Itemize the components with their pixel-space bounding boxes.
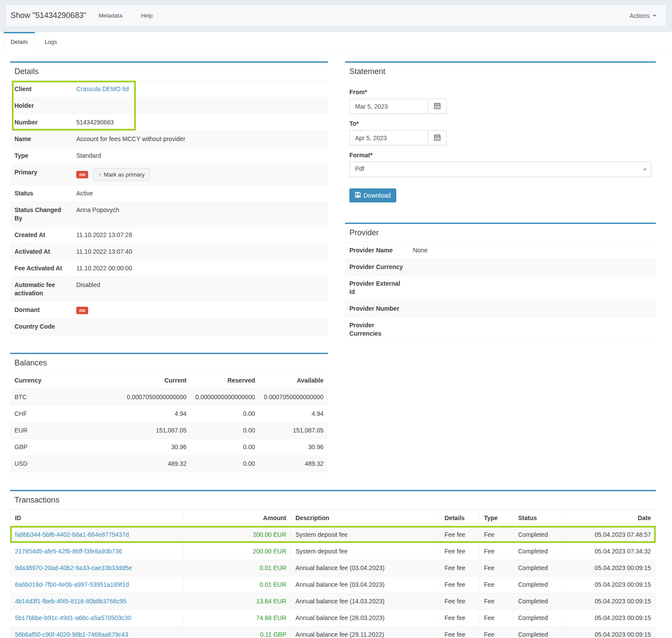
balance-current: 0.0007050000000000	[122, 389, 191, 406]
transaction-status: Completed	[514, 560, 566, 577]
col-id: ID	[11, 510, 184, 527]
col-status: Status	[514, 510, 566, 527]
transaction-type: Fee	[480, 610, 514, 627]
detail-value-text: 51434290683	[76, 119, 114, 126]
transaction-date: 05.04.2023 07:48:57	[566, 527, 656, 543]
balance-currency: BTC	[10, 389, 122, 406]
client-link[interactable]: Crassula DEMO ltd	[76, 85, 129, 92]
transaction-type: Fee	[480, 527, 514, 543]
transaction-type: Fee	[480, 593, 514, 610]
transaction-details: Fee fee	[440, 560, 480, 577]
to-label: To*	[349, 120, 651, 127]
provider-rows: Provider Name None Provider Currency	[345, 242, 656, 342]
calendar-icon	[434, 134, 441, 142]
col-currency: Currency	[10, 372, 122, 389]
transaction-id-link[interactable]: fa8bb344-5bf6-4402-b8a1-684e8775437d	[15, 531, 129, 538]
balance-current: 4.94	[122, 406, 191, 422]
top-band: Show "51434290683" Metadata Help Actions	[0, 0, 672, 32]
detail-value-text: Active	[76, 190, 93, 197]
transaction-description: Annual balance fee (03.04.2023)	[291, 577, 440, 593]
transaction-amount: 13.64 EUR	[184, 593, 291, 610]
detail-label: Country Code	[10, 319, 72, 335]
balances-table: Currency Current Reserved Available BTC …	[10, 372, 328, 472]
mark-as-primary-button[interactable]: ↑Mark as primary	[93, 168, 150, 181]
transaction-description: System deposit fee	[291, 543, 440, 560]
transaction-id-cell: 6a6b018d-7fb0-4e0b-a997-53951a189f1d	[11, 577, 184, 593]
detail-value-text: Standard	[76, 152, 101, 159]
balance-reserved: 0.00	[191, 456, 259, 472]
transaction-details: Fee fee	[440, 543, 480, 560]
format-select[interactable]: Pdf	[349, 162, 651, 177]
format-selected-value: Pdf	[355, 165, 364, 172]
transaction-id-link[interactable]: 6a6b018d-7fb0-4e0b-a997-53951a189f1d	[15, 581, 129, 588]
col-date: Date	[566, 510, 656, 527]
col-type: Type	[480, 510, 514, 527]
calendar-icon	[434, 103, 441, 110]
to-date-input[interactable]	[349, 130, 428, 145]
details-panel: Details Client Crassula DEMO ltd	[10, 61, 328, 335]
transaction-row: fa8bb344-5bf6-4402-b8a1-684e8775437d 200…	[11, 527, 656, 543]
page-header: Show "51434290683" Metadata Help Actions	[6, 4, 666, 27]
from-calendar-button[interactable]	[428, 99, 447, 114]
tab-logs[interactable]: Logs	[35, 32, 67, 53]
transaction-amount: 0.01 EUR	[184, 560, 291, 577]
transaction-date: 05.04.2023 07:34:32	[566, 543, 656, 560]
tab-details[interactable]: Details	[4, 32, 35, 53]
provider-value	[409, 259, 656, 275]
transaction-type: Fee	[480, 577, 514, 593]
provider-panel: Provider Provider Name None Provid	[345, 223, 656, 342]
provider-value	[409, 317, 656, 342]
status-badge: no	[76, 307, 88, 314]
page-title: Show "51434290683"	[11, 11, 86, 20]
details-panel-title: Details	[10, 63, 328, 81]
transaction-row: 9da38970-20ad-40b2-9a33-cae10b33dd5e 0.0…	[11, 560, 656, 577]
transaction-amount: 200.00 EUR	[184, 527, 291, 543]
transaction-id-cell: 9da38970-20ad-40b2-9a33-cae10b33dd5e	[11, 560, 184, 577]
main-content: Details Client Crassula DEMO ltd	[0, 53, 672, 638]
provider-label: Provider Currency	[345, 259, 409, 275]
format-label: Format*	[349, 152, 651, 159]
transaction-date: 05.04.2023 00:09:15	[566, 610, 656, 627]
detail-row: Status Active	[10, 185, 328, 202]
transaction-details: Fee fee	[440, 610, 480, 627]
transaction-id-link[interactable]: 217854d5-afe5-42f6-86ff-f3fe8a93b736	[15, 548, 122, 555]
balance-reserved: 0.00	[191, 406, 259, 422]
metadata-link[interactable]: Metadata	[99, 12, 122, 19]
transaction-status: Completed	[514, 543, 566, 560]
detail-label: Number	[10, 114, 72, 131]
detail-label: Automatic fee activation	[10, 277, 72, 301]
transaction-details: Fee fee	[440, 593, 480, 610]
transaction-details: Fee fee	[440, 527, 480, 543]
download-label: Download	[363, 192, 391, 199]
from-date-input[interactable]	[349, 99, 428, 114]
transaction-id-link[interactable]: 9da38970-20ad-40b2-9a33-cae10b33dd5e	[15, 564, 132, 571]
to-calendar-button[interactable]	[428, 130, 447, 145]
transaction-description: Annual balance fee (29.11.2022)	[291, 627, 440, 638]
transaction-date: 05.04.2023 00:09:15	[566, 577, 656, 593]
transaction-id-link[interactable]: 4b14d3f1-fbeb-4f45-8116-80b8b3766c95	[15, 598, 126, 605]
provider-value	[409, 276, 656, 300]
transaction-id-cell: 56b6af50-c90f-4020-98b1-7468aa679c43	[11, 627, 184, 638]
transaction-id-link[interactable]: 5b17bbbe-b91c-49d1-a68c-a5a570503c30	[15, 614, 131, 621]
detail-row: Dormant no	[10, 302, 328, 319]
transaction-type: Fee	[480, 560, 514, 577]
detail-row: Fee Activated At 11.10.2022 00:00:00	[10, 260, 328, 277]
download-button[interactable]: Download	[349, 188, 396, 202]
detail-value	[72, 319, 328, 335]
detail-row: Type Standard	[10, 148, 328, 164]
arrow-up-icon: ↑	[99, 171, 102, 178]
col-details: Details	[440, 510, 480, 527]
detail-label: Status Changed By	[10, 202, 72, 227]
provider-row: Provider Name None	[345, 242, 656, 259]
save-icon	[355, 192, 361, 199]
detail-label: Name	[10, 131, 72, 147]
balance-available: 489.32	[260, 456, 328, 472]
detail-label: Fee Activated At	[10, 260, 72, 276]
detail-row: Holder	[10, 98, 328, 114]
detail-value: Anna Popovych	[72, 202, 328, 227]
transaction-row: 217854d5-afe5-42f6-86ff-f3fe8a93b736 200…	[11, 543, 656, 560]
help-link[interactable]: Help	[141, 12, 153, 19]
actions-dropdown[interactable]: Actions	[629, 12, 656, 19]
balance-current: 151,087.05	[122, 422, 191, 439]
transaction-id-link[interactable]: 56b6af50-c90f-4020-98b1-7468aa679c43	[15, 631, 128, 638]
